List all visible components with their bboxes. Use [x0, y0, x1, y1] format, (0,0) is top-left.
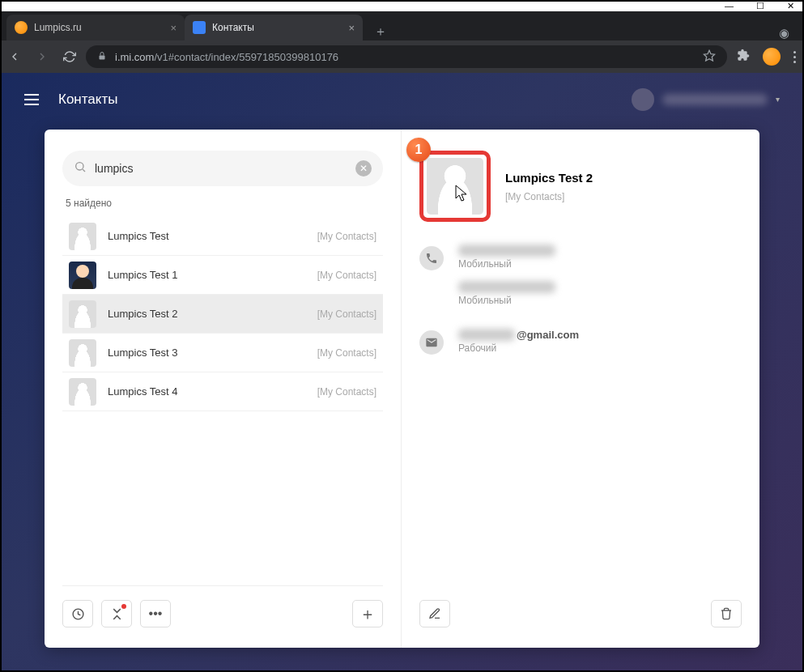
avatar-icon: [69, 262, 96, 289]
search-wrap: ✕: [62, 151, 383, 186]
contact-row[interactable]: Lumpics Test 4 [My Contacts]: [62, 372, 383, 411]
contact-name: Lumpics Test 2: [108, 308, 177, 320]
email-icon: [419, 330, 444, 355]
url-text: i.mi.com/v1#contact/index/55971850399810…: [115, 51, 695, 63]
contact-row[interactable]: Lumpics Test 1 [My Contacts]: [62, 256, 383, 295]
contact-row[interactable]: Lumpics Test 3 [My Contacts]: [62, 334, 383, 372]
clear-search-button[interactable]: ✕: [355, 160, 372, 177]
address-bar[interactable]: i.mi.com/v1#contact/index/55971850399810…: [86, 45, 727, 68]
user-menu[interactable]: ▾: [632, 88, 780, 111]
browser-menu-icon[interactable]: [793, 51, 796, 63]
email-section: @gmail.com Рабочий: [419, 329, 742, 355]
media-indicator-icon[interactable]: ◉: [764, 26, 804, 40]
back-button[interactable]: [8, 50, 21, 63]
tab-title: Контакты: [212, 22, 254, 33]
avatar-icon: [69, 378, 96, 406]
browser-tab-strip: Lumpics.ru × Контакты × ＋ ◉: [0, 11, 804, 40]
search-input[interactable]: [95, 162, 347, 175]
user-avatar-icon: [632, 88, 654, 111]
browser-tab-contacts[interactable]: Контакты ×: [185, 15, 363, 40]
lock-icon: [97, 51, 107, 63]
list-actions: ••• ＋: [62, 594, 383, 633]
avatar-icon: [69, 339, 96, 367]
browser-tab-lumpics[interactable]: Lumpics.ru ×: [6, 15, 185, 40]
contacts-list[interactable]: Lumpics Test [My Contacts] Lumpics Test …: [62, 217, 383, 586]
contact-name: Lumpics Test 1: [108, 269, 177, 281]
contact-name: Lumpics Test 4: [108, 385, 177, 398]
reload-button[interactable]: [63, 50, 76, 63]
email-value: @gmail.com: [458, 329, 579, 341]
phone-label: Мобильный: [458, 295, 555, 306]
contact-avatar[interactable]: [427, 158, 483, 215]
contacts-card: ✕ 5 найдено Lumpics Test [My Contacts] L…: [45, 130, 759, 648]
star-icon[interactable]: [703, 49, 716, 65]
contact-row[interactable]: Lumpics Test 2 [My Contacts]: [62, 295, 383, 334]
add-contact-button[interactable]: ＋: [352, 600, 383, 627]
forward-button[interactable]: [36, 50, 49, 63]
detail-name: Lumpics Test 2: [505, 171, 593, 185]
window-close[interactable]: ✕: [787, 1, 794, 11]
search-icon: [74, 160, 87, 177]
phone-value-blurred: [458, 281, 555, 293]
results-count: 5 найдено: [66, 198, 380, 209]
tab-close-icon[interactable]: ×: [170, 22, 177, 34]
avatar-icon: [69, 300, 96, 328]
phone-icon: [419, 246, 444, 270]
detail-tag: [My Contacts]: [505, 191, 593, 202]
svg-point-2: [76, 163, 83, 170]
app-viewport: Контакты ▾ ✕ 5 найдено Lumpics Test [My …: [0, 73, 804, 672]
app-header: Контакты ▾: [0, 73, 804, 125]
contacts-list-pane: ✕ 5 найдено Lumpics Test [My Contacts] L…: [45, 130, 401, 648]
profile-avatar-icon[interactable]: [763, 48, 781, 66]
user-name-blurred: [662, 94, 768, 105]
annotation-outline: [419, 151, 491, 222]
new-tab-button[interactable]: ＋: [363, 23, 398, 40]
svg-rect-0: [100, 55, 105, 59]
contact-tag: [My Contacts]: [317, 231, 376, 242]
contact-tag: [My Contacts]: [317, 270, 376, 281]
avatar-icon: [69, 223, 96, 250]
hamburger-menu-icon[interactable]: [24, 94, 39, 105]
detail-actions: [419, 594, 742, 633]
app-title: Контакты: [58, 91, 117, 108]
detail-avatar-wrap: 1: [419, 151, 491, 222]
favicon-icon: [15, 21, 28, 34]
contact-tag: [My Contacts]: [317, 347, 376, 359]
contact-name: Lumpics Test 3: [108, 347, 177, 359]
email-label: Рабочий: [458, 342, 579, 354]
svg-marker-1: [704, 50, 714, 61]
window-titlebar: — ☐ ✕: [0, 0, 804, 11]
notification-dot-icon: [121, 604, 126, 609]
tab-title: Lumpics.ru: [34, 22, 82, 33]
history-button[interactable]: [62, 600, 93, 627]
window-maximize[interactable]: ☐: [756, 1, 764, 11]
tab-close-icon[interactable]: ×: [348, 22, 355, 34]
contact-row[interactable]: Lumpics Test [My Contacts]: [62, 217, 383, 256]
more-button[interactable]: •••: [140, 600, 171, 627]
contact-detail-pane: 1 Lumpics Test 2 [My Contacts] Мобильн: [401, 130, 759, 648]
extensions-icon[interactable]: [737, 49, 750, 65]
phone-label: Мобильный: [458, 258, 555, 270]
browser-toolbar: i.mi.com/v1#contact/index/55971850399810…: [0, 40, 804, 73]
contact-tag: [My Contacts]: [317, 386, 376, 398]
phone-section: Мобильный Мобильный: [419, 245, 742, 306]
delete-button[interactable]: [711, 600, 742, 627]
edit-button[interactable]: [419, 600, 450, 627]
favicon-icon: [193, 21, 206, 34]
merge-button[interactable]: [101, 600, 132, 627]
chevron-down-icon: ▾: [776, 95, 780, 104]
detail-header: 1 Lumpics Test 2 [My Contacts]: [419, 151, 742, 222]
svg-line-3: [83, 169, 85, 172]
contact-name: Lumpics Test: [108, 230, 169, 242]
window-minimize[interactable]: —: [725, 1, 734, 11]
contact-tag: [My Contacts]: [317, 308, 376, 320]
phone-value-blurred: [458, 245, 555, 257]
